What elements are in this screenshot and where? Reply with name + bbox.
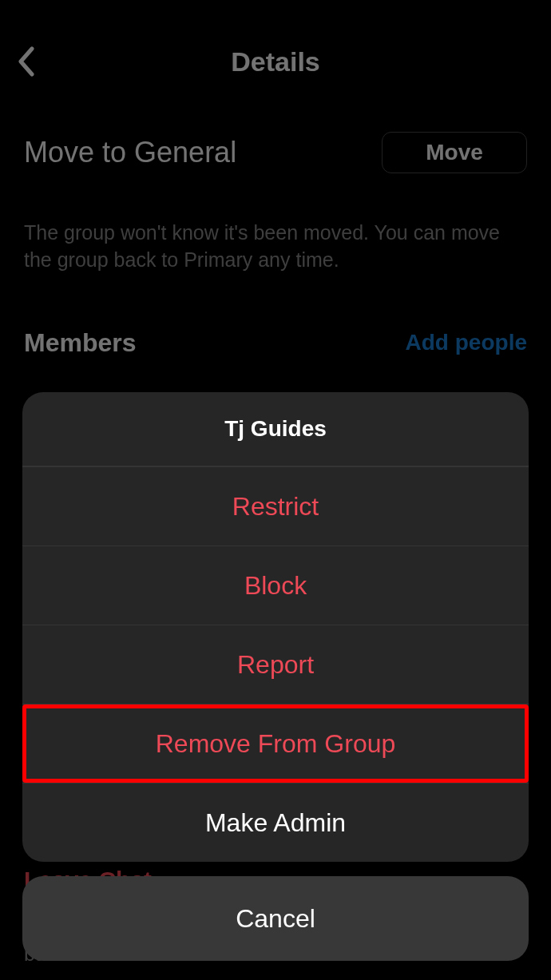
option-make-admin[interactable]: Make Admin — [22, 783, 529, 862]
sheet-title: Tj Guides — [22, 392, 529, 466]
option-report[interactable]: Report — [22, 625, 529, 704]
option-block[interactable]: Block — [22, 546, 529, 625]
option-remove-from-group[interactable]: Remove From Group — [22, 704, 529, 783]
cancel-button[interactable]: Cancel — [22, 876, 529, 961]
action-sheet: Tj Guides Restrict Block Report Remove F… — [22, 392, 529, 862]
option-restrict[interactable]: Restrict — [22, 466, 529, 546]
